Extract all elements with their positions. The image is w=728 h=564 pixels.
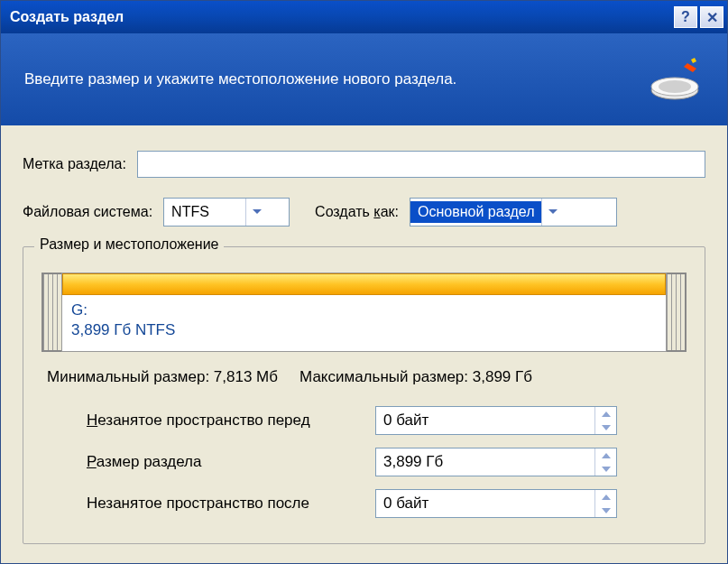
space-after-input[interactable]: 0 байт [375, 489, 617, 518]
space-after-value: 0 байт [376, 490, 594, 517]
filesystem-select[interactable]: NTFS [163, 198, 290, 227]
filesystem-label: Файловая система: [23, 204, 152, 220]
slider-handle-right[interactable] [667, 273, 687, 352]
space-before-label: Незанятое пространство перед [87, 411, 375, 430]
create-as-label: Создать как: [315, 204, 399, 220]
titlebar: Создать раздел ? ✕ [1, 1, 727, 33]
banner-text: Введите размер и укажите местоположение … [24, 70, 650, 88]
partition-info: G: 3,899 Гб NTFS [62, 295, 666, 351]
spinner-down-icon[interactable] [595, 504, 616, 517]
close-button[interactable]: ✕ [700, 6, 723, 28]
space-before-value: 0 байт [376, 407, 594, 434]
spinner-down-icon[interactable] [595, 421, 616, 434]
max-size: Максимальный размер: 3,899 Гб [299, 368, 532, 386]
svg-point-2 [659, 80, 691, 93]
partition-slider[interactable]: G: 3,899 Гб NTFS [41, 273, 687, 352]
partition-label-input[interactable] [137, 151, 705, 178]
chevron-down-icon [541, 199, 563, 226]
close-icon: ✕ [706, 9, 718, 26]
spinner-up-icon[interactable] [595, 407, 616, 421]
partition-body: G: 3,899 Гб NTFS [61, 273, 667, 352]
partition-desc: 3,899 Гб NTFS [71, 320, 657, 340]
space-after-label: Незанятое пространство после [87, 495, 375, 513]
spinner-up-icon[interactable] [595, 490, 616, 504]
create-as-select[interactable]: Основной раздел [410, 198, 617, 227]
help-button[interactable]: ? [674, 6, 697, 28]
partition-size-input[interactable]: 3,899 Гб [375, 448, 617, 476]
partition-size-label: Размер раздела [87, 453, 375, 471]
create-as-value: Основной раздел [410, 201, 541, 223]
partition-size-value: 3,899 Гб [376, 448, 594, 476]
groupbox-title: Размер и местоположение [34, 236, 224, 253]
space-before-input[interactable]: 0 байт [375, 406, 617, 435]
help-icon: ? [681, 9, 690, 25]
partition-label-label: Метка раздела: [23, 156, 126, 172]
disk-icon [650, 56, 704, 103]
spinner-up-icon[interactable] [595, 448, 616, 462]
banner: Введите размер и укажите местоположение … [1, 33, 727, 125]
partition-bar [62, 273, 666, 295]
partition-drive: G: [71, 300, 657, 320]
window-title: Создать раздел [10, 9, 674, 25]
content: Метка раздела: Файловая система: NTFS Со… [1, 125, 727, 553]
chevron-down-icon [245, 199, 267, 226]
min-size: Минимальный размер: 7,813 Мб [47, 368, 278, 386]
create-partition-dialog: Создать раздел ? ✕ Введите размер и укаж… [0, 0, 728, 564]
size-location-group: Размер и местоположение G: 3,899 Гб NTFS… [23, 246, 705, 544]
slider-handle-left[interactable] [41, 273, 61, 352]
spinner-down-icon[interactable] [595, 462, 616, 476]
filesystem-value: NTFS [164, 201, 245, 223]
